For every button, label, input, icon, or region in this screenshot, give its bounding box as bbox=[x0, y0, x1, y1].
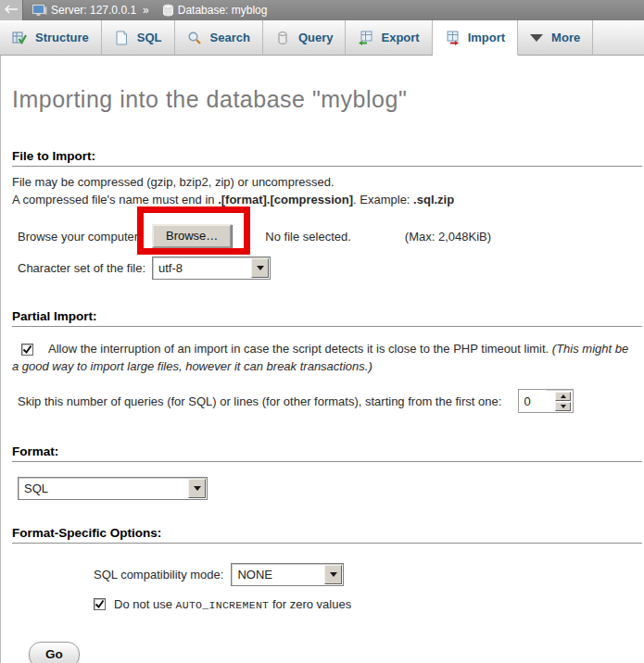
tab-label: More bbox=[551, 31, 580, 44]
charset-select-value: utf-8 bbox=[153, 257, 250, 279]
format-select-value: SQL bbox=[19, 478, 187, 499]
browse-row: Browse your computer: Browse… No file se… bbox=[18, 223, 642, 249]
format-heading: Format: bbox=[12, 444, 642, 462]
tab-more[interactable]: More bbox=[518, 20, 593, 56]
allow-interrupt-label: Allow the interruption of an import in c… bbox=[48, 342, 552, 356]
sql-icon bbox=[114, 31, 129, 45]
tab-label: Search bbox=[210, 31, 250, 44]
tab-import[interactable]: Import bbox=[433, 20, 518, 56]
tab-structure[interactable]: Structure bbox=[0, 20, 102, 56]
allow-interrupt-option: Allow the interruption of an import in c… bbox=[12, 340, 642, 375]
skip-label: Skip this number of queries (for SQL) or… bbox=[18, 394, 501, 408]
zero-values-row: Do not use AUTO_INCREMENT for zero value… bbox=[94, 597, 642, 611]
zero-values-label: Do not use AUTO_INCREMENT for zero value… bbox=[114, 597, 351, 611]
server-icon bbox=[32, 5, 47, 17]
allow-interrupt-checkbox[interactable] bbox=[21, 344, 33, 356]
query-icon bbox=[275, 31, 290, 45]
tab-sql[interactable]: SQL bbox=[102, 20, 175, 56]
dropdown-arrow-icon[interactable] bbox=[188, 479, 206, 498]
tab-label: Structure bbox=[35, 31, 89, 44]
charset-label: Character set of the file: bbox=[18, 261, 152, 275]
tab-bar: Structure SQL Search Query Export Import… bbox=[0, 20, 644, 56]
database-icon bbox=[162, 4, 174, 17]
charset-row: Character set of the file: utf-8 bbox=[18, 256, 642, 280]
file-status: No file selected. bbox=[265, 230, 351, 244]
format-select[interactable]: SQL bbox=[18, 477, 208, 500]
search-icon bbox=[187, 31, 202, 45]
skip-row: Skip this number of queries (for SQL) or… bbox=[18, 389, 642, 413]
breadcrumb-database[interactable]: Database: myblog bbox=[178, 4, 268, 17]
skip-number-input-wrap bbox=[518, 389, 574, 413]
back-arrow-icon bbox=[5, 4, 19, 17]
tab-label: Import bbox=[468, 31, 505, 44]
charset-select[interactable]: utf-8 bbox=[152, 256, 271, 280]
dropdown-arrow-icon[interactable] bbox=[324, 565, 342, 584]
sql-compat-select[interactable]: NONE bbox=[231, 563, 344, 586]
tab-query[interactable]: Query bbox=[263, 20, 347, 56]
spinner-down-button[interactable] bbox=[555, 402, 571, 411]
export-icon bbox=[358, 31, 373, 45]
tab-label: Export bbox=[381, 31, 419, 44]
tabbar-filler bbox=[593, 20, 644, 56]
dropdown-arrow-icon[interactable] bbox=[251, 258, 269, 278]
spinner-up-button[interactable] bbox=[555, 392, 571, 401]
file-to-import-heading: File to Import: bbox=[12, 149, 642, 167]
max-size: (Max: 2,048KiB) bbox=[405, 230, 491, 244]
tab-label: SQL bbox=[137, 31, 162, 44]
sql-compat-label: SQL compatibility mode: bbox=[94, 568, 223, 582]
tab-label: Query bbox=[298, 31, 334, 44]
chevron-down-icon bbox=[530, 34, 543, 42]
auto-increment-code: AUTO_INCREMENT bbox=[176, 599, 270, 611]
sql-compat-row: SQL compatibility mode: NONE bbox=[94, 562, 642, 586]
import-icon bbox=[445, 31, 460, 45]
format-specific-heading: Format-Specific Options: bbox=[12, 526, 642, 544]
tab-search[interactable]: Search bbox=[175, 20, 263, 56]
page-title: Importing into the database "myblog" bbox=[12, 56, 642, 112]
compression-note: File may be compressed (gzip, bzip2, zip… bbox=[12, 175, 642, 189]
skip-number-input[interactable] bbox=[519, 390, 547, 412]
sql-compat-select-value: NONE bbox=[232, 564, 323, 585]
breadcrumb-bar: Server: 127.0.0.1 » Database: myblog bbox=[0, 0, 644, 20]
sqlzip-bold: .sql.zip bbox=[413, 193, 454, 206]
back-button[interactable] bbox=[0, 0, 23, 20]
import-page: Importing into the database "myblog" Fil… bbox=[0, 56, 644, 663]
zero-values-checkbox[interactable] bbox=[94, 598, 106, 610]
breadcrumb-server[interactable]: Server: 127.0.0.1 bbox=[51, 4, 136, 17]
go-button[interactable]: Go bbox=[29, 642, 80, 663]
skip-spinner bbox=[555, 390, 573, 412]
structure-icon bbox=[12, 31, 27, 45]
partial-import-heading: Partial Import: bbox=[12, 309, 642, 327]
format-compression-bold: .[format].[compression] bbox=[218, 193, 353, 206]
filename-note: A compressed file's name must end in .[f… bbox=[12, 193, 642, 206]
browse-button[interactable]: Browse… bbox=[152, 224, 232, 248]
breadcrumb-separator: » bbox=[143, 4, 149, 17]
browse-label: Browse your computer: bbox=[18, 230, 152, 244]
tab-export[interactable]: Export bbox=[346, 20, 432, 56]
